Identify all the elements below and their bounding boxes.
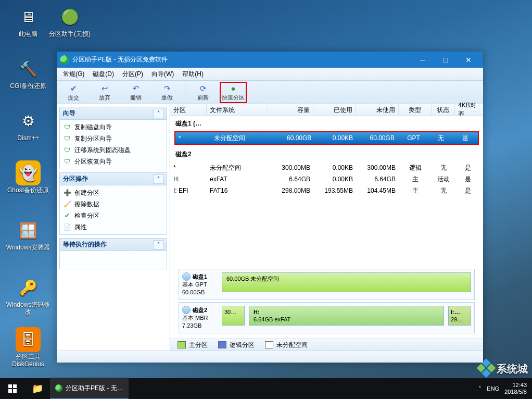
desk-icon-this-pc[interactable]: 🖥此电脑 bbox=[5, 4, 51, 38]
disk1-part-unallocated[interactable]: 60.00GB 未分配空间 bbox=[222, 272, 471, 292]
shield-icon: 🛡 bbox=[63, 146, 71, 154]
maximize-button[interactable]: □ bbox=[434, 52, 457, 68]
hdr-partition[interactable]: 分区 bbox=[170, 104, 207, 116]
windows-icon: 🪟 bbox=[16, 218, 41, 243]
ghost-icon: 👻 bbox=[16, 160, 41, 185]
hdr-type[interactable]: 类型 bbox=[399, 104, 432, 116]
discard-icon: ↩ bbox=[99, 83, 110, 94]
highlight-box: * 未分配空间 60.00GB 0.00KB 60.00GB GPT 无 是 bbox=[174, 131, 479, 145]
key-icon: 🔑 bbox=[16, 275, 41, 300]
quick-partition-icon: ● bbox=[227, 83, 239, 94]
check-icon: ✔ bbox=[63, 211, 71, 220]
table-row[interactable]: * 未分配空间 60.00GB 0.00KB 60.00GB GPT 无 是 bbox=[175, 132, 478, 144]
legend: 主分区 逻辑分区 未分配空间 bbox=[170, 339, 483, 351]
panel-ops-header[interactable]: 分区操作˄ bbox=[60, 173, 167, 185]
chevron-up-icon[interactable]: ˄ bbox=[153, 174, 163, 184]
menu-bar: 常规(G) 磁盘(D) 分区(P) 向导(W) 帮助(H) bbox=[57, 68, 483, 81]
disk2-title: 磁盘2 bbox=[170, 147, 483, 162]
table-row[interactable]: I: EFI FAT16 298.00MB 193.55MB 104.45MB … bbox=[170, 185, 483, 196]
disk2-part-unalloc[interactable]: 30… bbox=[222, 306, 245, 326]
app-icon bbox=[55, 384, 62, 392]
watermark-icon bbox=[476, 358, 497, 379]
op-wipe[interactable]: 🧹擦除数据 bbox=[60, 198, 167, 210]
hammer-icon: 🔨 bbox=[16, 56, 41, 81]
legend-unalloc: 未分配空间 bbox=[265, 341, 308, 350]
desk-icon-dism[interactable]: ⚙Dism++ bbox=[5, 108, 51, 142]
desk-icon-diskgenius[interactable]: 🗄分区工具DiskGenius bbox=[5, 327, 51, 368]
desk-icon-wininstall[interactable]: 🪟Windows安装器 bbox=[5, 218, 51, 251]
table-row[interactable]: H: exFAT 6.64GB 0.00KB 6.64GB 主 活动 是 bbox=[170, 173, 483, 185]
wizard-copy-disk[interactable]: 🛡复制磁盘向导 bbox=[60, 121, 167, 133]
disk1-graph[interactable]: 磁盘1 基本 GPT 60.00GB 60.00GB 未分配空间 bbox=[179, 269, 475, 300]
hdr-capacity[interactable]: 容量 bbox=[268, 104, 313, 116]
swatch-icon bbox=[265, 341, 273, 348]
panel-pending-header[interactable]: 等待执行的操作˄ bbox=[60, 239, 167, 251]
hdr-status[interactable]: 状态 bbox=[432, 104, 455, 116]
disk2-part-h[interactable]: H:6.64GB exFAT bbox=[249, 306, 444, 326]
taskbar-app-active[interactable]: 分区助手PE版 - 无… bbox=[50, 378, 129, 399]
wizard-copy-partition[interactable]: 🛡复制分区向导 bbox=[60, 133, 167, 144]
clock[interactable]: 12:43 2018/5/8 bbox=[504, 382, 527, 395]
op-properties[interactable]: 📄属性 bbox=[60, 221, 167, 233]
chevron-up-icon[interactable]: ˄ bbox=[153, 109, 163, 118]
legend-logical: 逻辑分区 bbox=[218, 341, 255, 350]
desk-icon-winpass[interactable]: 🔑Windows密码修改 bbox=[5, 275, 51, 316]
taskbar-explorer[interactable]: 📁 bbox=[25, 378, 50, 399]
wizard-recover-partition[interactable]: 🛡分区恢复向导 bbox=[60, 156, 167, 167]
menu-help[interactable]: 帮助(H) bbox=[179, 69, 207, 80]
close-button[interactable]: ✕ bbox=[457, 52, 480, 68]
hdr-fs[interactable]: 文件系统 bbox=[207, 104, 268, 116]
chevron-up-icon[interactable]: ˄ bbox=[153, 240, 163, 250]
op-check[interactable]: ✔检查分区 bbox=[60, 210, 167, 221]
panel-pending: 等待执行的操作˄ bbox=[59, 238, 167, 269]
undo-icon: ↶ bbox=[130, 83, 142, 94]
table-row[interactable]: * 未分配空间 300.00MB 0.00KB 300.00MB 逻辑 无 是 bbox=[170, 162, 483, 173]
gear-icon: ⚙ bbox=[16, 108, 41, 133]
wizard-migrate-ssd[interactable]: 🛡迁移系统到固态磁盘 bbox=[60, 144, 167, 156]
toolbar-undo[interactable]: ↶撤销 bbox=[121, 82, 150, 103]
panel-wizard-header[interactable]: 向导˄ bbox=[60, 107, 167, 120]
right-pane: 分区 文件系统 容量 已使用 未使用 类型 状态 4KB对齐 磁盘1 (… * … bbox=[170, 104, 483, 351]
toolbar-commit[interactable]: ✔提交 bbox=[59, 82, 88, 103]
disk2-part-i[interactable]: I:…29… bbox=[448, 306, 471, 326]
menu-wizard[interactable]: 向导(W) bbox=[148, 69, 177, 80]
toolbar-discard[interactable]: ↩放弃 bbox=[90, 82, 119, 103]
toolbar-redo[interactable]: ↷重做 bbox=[153, 82, 182, 103]
partition-list[interactable]: 磁盘1 (… * 未分配空间 60.00GB 0.00KB 60.00GB GP… bbox=[170, 116, 483, 264]
shield-icon: 🛡 bbox=[63, 157, 71, 166]
menu-partition[interactable]: 分区(P) bbox=[119, 69, 146, 80]
disk-icon: 🗄 bbox=[16, 327, 41, 352]
tray-expand-icon[interactable]: ˄ bbox=[478, 385, 482, 392]
menu-general[interactable]: 常规(G) bbox=[60, 69, 87, 80]
list-header: 分区 文件系统 容量 已使用 未使用 类型 状态 4KB对齐 bbox=[170, 104, 483, 116]
panel-ops: 分区操作˄ ➕创建分区 🧹擦除数据 ✔检查分区 📄属性 bbox=[59, 172, 167, 235]
check-icon: ✔ bbox=[68, 83, 79, 94]
broom-icon: 🧹 bbox=[63, 200, 71, 208]
toolbar-quick-partition[interactable]: ●快速分区 bbox=[220, 82, 247, 103]
disk-icon bbox=[182, 306, 191, 314]
shield-icon: 🛡 bbox=[63, 134, 71, 143]
desk-icon-cgi[interactable]: 🔨CGI备份还原 bbox=[5, 56, 51, 90]
swatch-icon bbox=[178, 341, 186, 348]
left-pane: 向导˄ 🛡复制磁盘向导 🛡复制分区向导 🛡迁移系统到固态磁盘 🛡分区恢复向导 分… bbox=[57, 104, 170, 351]
page-icon: 📄 bbox=[63, 223, 71, 231]
hdr-used[interactable]: 已使用 bbox=[313, 104, 356, 116]
titlebar[interactable]: 分区助手PE版 - 无损分区免费软件 ─ □ ✕ bbox=[57, 52, 483, 68]
desk-icon-partition-assist[interactable]: 🟢分区助手(无损) bbox=[47, 4, 93, 38]
menu-disk[interactable]: 磁盘(D) bbox=[90, 69, 117, 80]
ime-indicator[interactable]: ENG bbox=[487, 385, 499, 392]
app-icon: 🟢 bbox=[57, 4, 82, 29]
redo-icon: ↷ bbox=[161, 83, 173, 94]
toolbar-refresh[interactable]: ⟳刷新 bbox=[188, 82, 218, 103]
minimize-button[interactable]: ─ bbox=[411, 52, 434, 68]
hdr-unused[interactable]: 未使用 bbox=[356, 104, 399, 116]
taskbar: 📁 分区助手PE版 - 无… ˄ ENG 12:43 2018/5/8 bbox=[0, 378, 532, 399]
desk-icon-ghost[interactable]: 👻Ghost备份还原 bbox=[5, 160, 51, 194]
windows-logo-icon bbox=[8, 384, 17, 393]
toolbar-separator bbox=[185, 83, 185, 101]
disk2-graph[interactable]: 磁盘2 基本 MBR 7.23GB 30… H:6.64GB exFAT I:…… bbox=[179, 302, 475, 333]
start-button[interactable] bbox=[0, 378, 25, 399]
app-logo-icon bbox=[60, 55, 69, 65]
op-create[interactable]: ➕创建分区 bbox=[60, 187, 167, 198]
hdr-4k[interactable]: 4KB对齐 bbox=[455, 104, 481, 116]
